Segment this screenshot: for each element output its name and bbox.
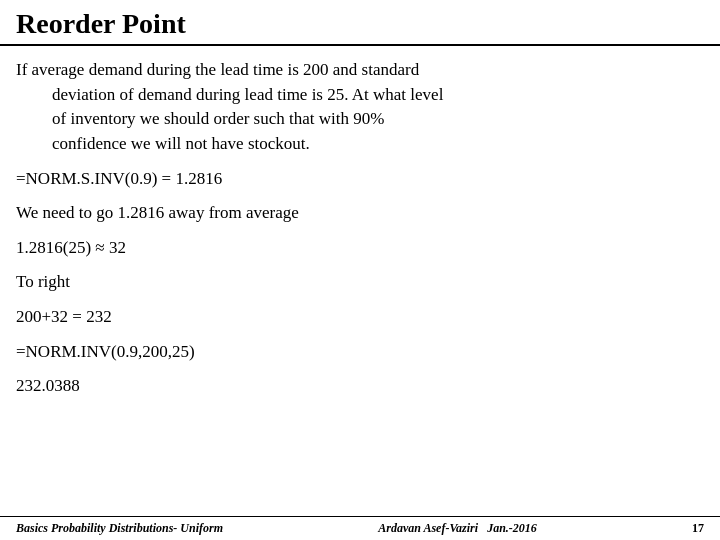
- footer-author-date: Ardavan Asef-Vaziri Jan.-2016: [378, 521, 537, 536]
- calculation-approx: 1.2816(25) ≈ 32: [16, 236, 704, 261]
- page: Reorder Point If average demand during t…: [0, 0, 720, 540]
- para1-line2: deviation of demand during lead time is …: [16, 83, 704, 108]
- para1-line1: If average demand during the lead time i…: [16, 60, 419, 79]
- footer-left-text: Basics Probability Distributions- Unifor…: [16, 521, 223, 536]
- footer-author: Ardavan Asef-Vaziri: [378, 521, 478, 535]
- formula-norm-s-inv: =NORM.S.INV(0.9) = 1.2816: [16, 167, 704, 192]
- result-232: 232.0388: [16, 374, 704, 399]
- away-from-average: We need to go 1.2816 away from average: [16, 201, 704, 226]
- page-title: Reorder Point: [16, 8, 186, 39]
- formula-norm-inv: =NORM.INV(0.9,200,25): [16, 340, 704, 365]
- title-bar: Reorder Point: [0, 0, 720, 46]
- to-right: To right: [16, 270, 704, 295]
- sum-200-32: 200+32 = 232: [16, 305, 704, 330]
- para1-line3: of inventory we should order such that w…: [16, 107, 704, 132]
- para1-line4: confidence we will not have stockout.: [16, 132, 704, 157]
- problem-statement: If average demand during the lead time i…: [16, 58, 704, 157]
- main-content: If average demand during the lead time i…: [0, 46, 720, 516]
- footer-page-number: 17: [692, 521, 704, 536]
- footer-date: Jan.-2016: [487, 521, 537, 535]
- footer: Basics Probability Distributions- Unifor…: [0, 516, 720, 540]
